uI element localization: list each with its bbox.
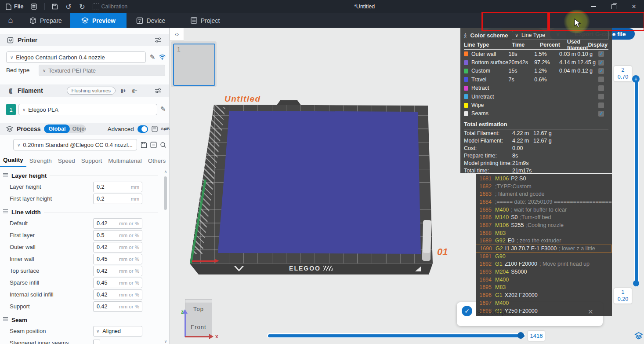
close-button[interactable]: ✕ — [624, 0, 644, 13]
edit-printer-icon[interactable]: ✎ — [148, 53, 156, 61]
tab-project[interactable]: Project — [179, 13, 231, 28]
gcode-line[interactable]: 1682;TYPE:Custom — [476, 183, 612, 190]
gcode-line[interactable]: 1692G1Z100 F20000; Move print head up — [476, 260, 612, 268]
notes-icon[interactable] — [31, 4, 37, 10]
cube-top-label[interactable]: Top — [185, 306, 212, 312]
display-checkbox[interactable]: ✓ — [598, 51, 604, 57]
notification-close-icon[interactable]: ✕ — [588, 308, 593, 316]
process-global-option[interactable]: Global — [44, 124, 70, 133]
tab-preview[interactable]: Preview — [70, 13, 127, 28]
layer-slider-track[interactable] — [634, 76, 639, 287]
param-input[interactable]: 0.2mm — [93, 182, 142, 192]
display-checkbox[interactable]: ✓ — [598, 60, 604, 66]
wifi-icon[interactable] — [158, 53, 166, 61]
gcode-line[interactable]: 1697M400 — [476, 299, 612, 307]
gcode-line[interactable]: 1683; filament end gcode — [476, 190, 612, 198]
view-mode-select[interactable]: ∨ Line Type — [512, 31, 608, 40]
cube-front-label[interactable]: Front — [185, 324, 212, 330]
collapse-panel-icon[interactable]: ∧∧ — [464, 33, 467, 38]
param-input[interactable]: 0.42mm or % — [93, 242, 142, 253]
gcode-line[interactable]: 1684;===== date: 20250109 ==============… — [476, 198, 612, 206]
tab-prepare[interactable]: Prepare — [21, 13, 70, 28]
param-input[interactable]: 0.45mm or % — [93, 278, 142, 288]
display-checkbox[interactable]: ✓ — [598, 68, 604, 74]
orientation-cube[interactable]: Top Front — [185, 299, 212, 337]
display-checkbox[interactable] — [598, 94, 604, 99]
advanced-toggle[interactable] — [137, 125, 148, 133]
home-tab[interactable]: ⌂ — [0, 13, 21, 28]
move-slider-track[interactable] — [268, 334, 525, 337]
bed-type-select[interactable]: ∨ Textured PEI Plate — [39, 65, 165, 76]
search-icon[interactable] — [159, 141, 167, 149]
save-icon[interactable] — [52, 4, 58, 10]
param-tab-support[interactable]: Support — [78, 157, 105, 167]
save-preset-icon[interactable] — [140, 141, 148, 149]
file-menu[interactable]: File — [5, 4, 24, 10]
gcode-line[interactable]: 1686M140S0;Turn-off bed — [476, 213, 612, 221]
param-input[interactable]: 0.42mm or % — [93, 266, 142, 276]
build-plate[interactable]: ELEGOO — [187, 100, 435, 276]
param-tab-others[interactable]: Others — [145, 157, 169, 167]
gcode-line[interactable]: 1694M400 — [476, 276, 612, 284]
gcode-line[interactable]: 1695M83 — [476, 284, 612, 292]
gcode-viewer[interactable]: 1681M106P2 S01682;TYPE:Custom1683; filam… — [476, 174, 612, 316]
remove-filament-icon[interactable]: ((− — [130, 87, 138, 95]
display-checkbox[interactable] — [598, 77, 604, 82]
param-input[interactable]: 0.2mm — [93, 194, 142, 204]
process-scope-toggle[interactable]: Global Objects — [44, 124, 85, 133]
scrollbar-thumb[interactable] — [164, 176, 167, 210]
param-input[interactable]: 0.45mm or % — [93, 254, 142, 264]
layers-corner-icon[interactable] — [634, 332, 643, 340]
filament-preset-select[interactable]: ∨ Elegoo PLA — [18, 104, 157, 115]
move-slider-handle[interactable] — [517, 332, 524, 339]
display-checkbox[interactable]: ✓ — [598, 111, 604, 117]
scroll-down-icon[interactable]: ∨ — [163, 339, 168, 344]
gcode-line[interactable]: 1696G1X202 F20000 — [476, 291, 612, 299]
scroll-up-icon[interactable]: ∧ — [163, 169, 168, 174]
plate-thumbnail[interactable]: 1 — [173, 44, 215, 86]
calibration-menu[interactable]: Calibration — [93, 4, 128, 10]
edit-filament-icon[interactable]: ✎ — [159, 105, 167, 113]
param-tab-quality[interactable]: Quality — [0, 157, 26, 167]
cube-top-face[interactable] — [185, 300, 212, 303]
param-input[interactable]: 0.42mm or % — [93, 218, 142, 229]
layer-slider-bottom-handle[interactable] — [633, 280, 639, 286]
gcode-line[interactable]: 1689G92E0; zero the extruder — [476, 237, 612, 245]
param-tab-multimaterial[interactable]: Multimaterial — [105, 157, 145, 167]
redo-icon[interactable]: ↻ — [79, 4, 86, 10]
move-slider[interactable] — [267, 333, 525, 338]
gcode-line[interactable]: 1688M83 — [476, 229, 612, 237]
minimize-button[interactable] — [583, 0, 604, 13]
flushing-volumes-button[interactable]: Flushing volumes — [67, 87, 116, 95]
tab-device[interactable]: Device — [127, 13, 175, 28]
display-checkbox[interactable] — [598, 85, 604, 91]
compare-presets-icon[interactable]: A⇄B — [161, 125, 169, 133]
gcode-line[interactable]: 1691G90 — [476, 253, 612, 260]
params-scrollbar[interactable]: ∧ ∨ — [163, 169, 168, 344]
gcode-line[interactable]: 1690G2I1 J0 Z0.7 E-1 F3000; lower z a li… — [476, 245, 612, 253]
param-select[interactable]: ∨Aligned — [93, 326, 142, 337]
param-input[interactable]: 0.5mm or % — [93, 230, 142, 241]
gcode-line[interactable]: 1681M106P2 S0 — [476, 175, 612, 183]
gcode-line[interactable]: 1685M400; wait for buffer to clear — [476, 206, 612, 214]
gcode-line[interactable]: 1693M204S5000 — [476, 268, 612, 276]
param-list-icon[interactable] — [152, 125, 158, 133]
filament-settings-icon[interactable] — [154, 87, 162, 95]
process-preset-select[interactable]: ∨ 0.20mm Standard @Elegoo CC 0.4 nozzl..… — [13, 139, 137, 150]
gcode-line[interactable]: 1687M106S255;Cooling nozzle — [476, 221, 612, 229]
layer-slider-top-handle[interactable]: + — [632, 75, 640, 83]
printer-settings-icon[interactable] — [154, 36, 162, 44]
undo-icon[interactable]: ↺ — [65, 4, 72, 10]
param-input[interactable]: 0.42mm or % — [93, 301, 142, 312]
filament-slot-badge[interactable]: 1 — [6, 104, 16, 115]
process-objects-option[interactable]: Objects — [70, 124, 85, 133]
maximize-button[interactable] — [604, 0, 624, 13]
param-input[interactable]: 0.42mm or % — [93, 289, 142, 300]
printer-preset-select[interactable]: ∨ Elegoo Centauri Carbon 0.4 nozzle — [6, 51, 146, 63]
delete-preset-icon[interactable] — [149, 141, 157, 149]
param-tab-speed[interactable]: Speed — [55, 157, 78, 167]
collapse-sidebar-button[interactable]: ‹ › — [170, 28, 184, 40]
param-checkbox[interactable] — [93, 340, 100, 344]
add-filament-icon[interactable]: ((+ — [119, 87, 127, 95]
param-tab-strength[interactable]: Strength — [26, 157, 55, 167]
